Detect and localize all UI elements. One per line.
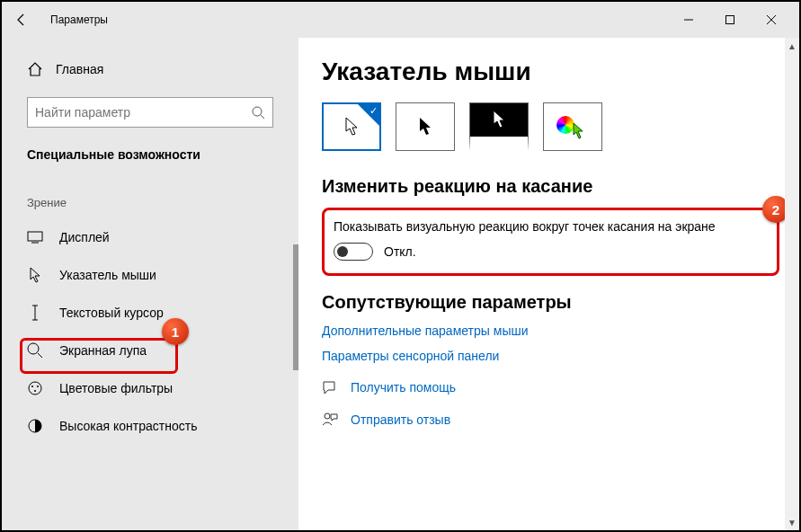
pointer-style-black[interactable] xyxy=(396,102,455,151)
magnifier-icon xyxy=(27,342,43,359)
sidebar-item-display[interactable]: Дисплей xyxy=(2,218,298,256)
scroll-down-icon[interactable]: ▼ xyxy=(785,514,799,530)
sidebar-section-title: Специальные возможности xyxy=(2,144,298,182)
titlebar: Параметры xyxy=(2,2,799,38)
maximize-button[interactable] xyxy=(709,5,751,34)
sidebar-item-mouse-pointer[interactable]: Указатель мыши xyxy=(2,256,298,294)
svg-rect-4 xyxy=(28,232,42,241)
settings-window: Параметры Главная Специальные возможност… xyxy=(0,0,801,532)
sidebar-home[interactable]: Главная xyxy=(2,54,298,84)
main-scrollbar[interactable]: ▲ ▼ xyxy=(785,38,799,530)
svg-line-3 xyxy=(261,115,264,119)
display-icon xyxy=(27,229,43,245)
svg-point-11 xyxy=(34,390,36,392)
svg-line-7 xyxy=(38,353,42,358)
svg-point-2 xyxy=(253,107,262,116)
toggle-state-label: Откл. xyxy=(384,244,416,259)
svg-point-10 xyxy=(37,386,39,387)
feedback-icon xyxy=(322,412,338,428)
window-controls xyxy=(668,5,792,34)
color-filters-icon xyxy=(27,380,43,396)
sidebar-item-label: Высокая контрастность xyxy=(59,419,197,433)
search-icon xyxy=(251,105,265,120)
sidebar-item-label: Дисплей xyxy=(59,230,110,244)
search-input[interactable] xyxy=(35,105,251,120)
svg-point-6 xyxy=(28,343,39,354)
text-cursor-icon xyxy=(27,305,43,321)
main-content: Указатель мыши ✓ Изменить реакцию на кас… xyxy=(298,38,799,530)
pointer-style-custom[interactable] xyxy=(543,102,602,151)
window-body: Главная Специальные возможности Зрение Д… xyxy=(2,38,799,530)
window-title: Параметры xyxy=(50,13,108,26)
back-button[interactable] xyxy=(9,7,34,32)
touch-feedback-toggle[interactable] xyxy=(334,243,373,261)
scroll-up-icon[interactable]: ▲ xyxy=(785,38,799,54)
get-help-link[interactable]: Получить помощь xyxy=(322,379,779,395)
sidebar-item-label: Указатель мыши xyxy=(59,268,156,282)
home-icon xyxy=(27,61,43,77)
sidebar-item-text-cursor[interactable]: Текстовый курсор xyxy=(2,294,298,332)
sidebar-item-magnifier[interactable]: Экранная лупа xyxy=(2,332,298,369)
help-label: Получить помощь xyxy=(351,380,456,395)
feedback-label: Отправить отзыв xyxy=(351,412,450,427)
touch-section-title: Изменить реакцию на касание xyxy=(322,176,779,197)
touch-toggle-row: Откл. xyxy=(334,243,764,261)
svg-point-9 xyxy=(31,386,33,387)
sidebar-group-vision: Зрение xyxy=(2,182,298,218)
sidebar-item-color-filters[interactable]: Цветовые фильтры xyxy=(2,369,298,407)
pointer-style-white[interactable]: ✓ xyxy=(322,102,381,151)
minimize-button[interactable] xyxy=(668,5,709,34)
page-title: Указатель мыши xyxy=(322,58,779,86)
sidebar: Главная Специальные возможности Зрение Д… xyxy=(2,38,298,530)
sidebar-home-label: Главная xyxy=(56,62,103,76)
related-section-title: Сопутствующие параметры xyxy=(322,292,779,313)
close-button[interactable] xyxy=(751,5,792,34)
search-box[interactable] xyxy=(27,97,273,128)
svg-point-13 xyxy=(325,413,330,419)
svg-point-8 xyxy=(29,382,41,395)
sidebar-item-label: Текстовый курсор xyxy=(59,306,164,320)
touch-description: Показывать визуальную реакцию вокруг точ… xyxy=(334,219,764,234)
help-icon xyxy=(322,379,338,395)
high-contrast-icon xyxy=(27,418,43,434)
svg-rect-1 xyxy=(726,16,734,24)
pointer-style-row: ✓ xyxy=(322,102,779,151)
sidebar-item-label: Цветовые фильтры xyxy=(59,381,173,395)
sidebar-item-label: Экранная лупа xyxy=(59,343,147,358)
pointer-icon xyxy=(27,267,43,283)
link-additional-mouse[interactable]: Дополнительные параметры мыши xyxy=(322,324,779,338)
annotation-highlight-2: Показывать визуальную реакцию вокруг точ… xyxy=(322,208,779,276)
pointer-style-inverted[interactable] xyxy=(469,102,529,151)
sidebar-item-high-contrast[interactable]: Высокая контрастность xyxy=(2,407,298,445)
link-touchpad-settings[interactable]: Параметры сенсорной панели xyxy=(322,349,779,363)
feedback-link[interactable]: Отправить отзыв xyxy=(322,412,779,428)
color-wheel-icon xyxy=(556,116,574,134)
